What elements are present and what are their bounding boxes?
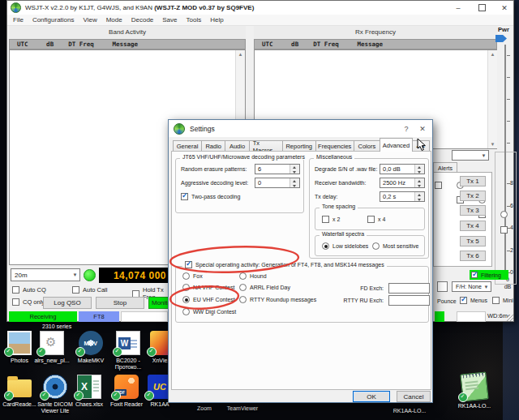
spinner-down-icon[interactable]	[290, 169, 299, 174]
help-icon[interactable]: ?	[397, 122, 415, 135]
ww-digi-option[interactable]: WW Digi Contest	[182, 308, 236, 315]
stop-button[interactable]: Stop	[96, 297, 144, 309]
close-icon[interactable]: ✕	[495, 2, 513, 14]
fox-option[interactable]: Fox	[182, 272, 203, 280]
alert-mode-select[interactable]: ▼	[452, 150, 489, 161]
auto-call-toggle[interactable]: Auto Call	[72, 286, 107, 294]
tx1-button[interactable]: Tx 1	[460, 176, 486, 186]
menus-toggle[interactable]: Menus	[460, 297, 487, 304]
scroll-down-icon[interactable]: ▼	[488, 141, 497, 148]
degrade-sn-spinner[interactable]: 0,0 dB	[380, 164, 425, 174]
na-vhf-option[interactable]: NA VHF Contest	[182, 284, 234, 291]
fh-mode-select[interactable]: F/H: None▼	[452, 281, 491, 292]
pwr-slider-handle[interactable]	[495, 35, 507, 42]
resize-grip[interactable]	[507, 315, 513, 321]
rtty-roundup-radio[interactable]	[239, 296, 247, 303]
rx-frequency-scrollbar[interactable]: ▲ ▼	[487, 50, 497, 148]
cancel-button[interactable]: Cancel	[397, 391, 431, 402]
tx3-button[interactable]: Tx 3	[460, 205, 486, 216]
mini-checkbox[interactable]	[492, 297, 500, 304]
tab-tx-macros[interactable]: Tx Macros	[249, 140, 283, 152]
spinner-down-icon[interactable]	[415, 197, 424, 202]
auto-call-checkbox[interactable]	[72, 286, 79, 294]
receiver-bandwidth-spinner[interactable]: 2500 Hz	[380, 178, 425, 188]
fox-radio[interactable]	[182, 272, 190, 280]
tx5-button[interactable]: Tx 5	[460, 236, 486, 246]
menu-tools[interactable]: Tools	[187, 16, 202, 24]
desktop-icon-teamviewer-label[interactable]: TeamViewer	[221, 405, 264, 411]
tx-delay-spinner[interactable]: 0,2 s	[380, 191, 425, 202]
special-activity-checkbox[interactable]	[185, 261, 192, 268]
dialog-title-bar[interactable]: Settings ? ✕	[169, 120, 432, 137]
tab-general[interactable]: General	[173, 140, 202, 152]
desktop-icon-cardreader[interactable]: CardReade...	[1, 375, 38, 408]
scroll-up-icon[interactable]: ▲	[236, 51, 245, 58]
aggressive-level-spinner[interactable]: 0	[255, 178, 300, 188]
auto-cq-checkbox[interactable]	[12, 286, 19, 294]
special-activity-toggle[interactable]: Special operating activity: Generation o…	[182, 261, 387, 268]
x2-checkbox[interactable]	[322, 216, 329, 223]
cq-only-toggle[interactable]: CQ only	[12, 298, 45, 306]
desktop-icon-chaes-xlsx[interactable]: X Chaes.xlsx	[71, 375, 108, 408]
desktop-icon-alrs[interactable]: alrs_new_pl...	[33, 331, 71, 364]
tx4-button[interactable]: Tx 4	[460, 221, 486, 231]
menus-checkbox[interactable]	[460, 297, 467, 304]
x4-checkbox[interactable]	[367, 216, 375, 223]
random-erasure-spinner[interactable]: 6	[255, 164, 300, 174]
hound-option[interactable]: Hound	[239, 272, 267, 280]
eu-vhf-option[interactable]: EU VHF Contest	[182, 296, 235, 303]
fd-exch-input[interactable]	[388, 283, 430, 294]
filtering-toggle[interactable]: Filtering	[470, 270, 508, 280]
tab-frequencies[interactable]: Frequencies	[315, 140, 354, 152]
scroll-up-icon[interactable]: ▲	[488, 51, 497, 58]
desktop-icon-rk1aa-log-label[interactable]: RK1AA-LO...	[381, 408, 438, 414]
tx1-enable-checkbox[interactable]	[435, 182, 442, 189]
band-select[interactable]: 20m▼	[11, 268, 80, 281]
desktop-icon-sante-dicom[interactable]: Sante DICOMViewer Lite	[36, 375, 74, 414]
eu-vhf-radio[interactable]	[182, 296, 190, 303]
tab-colors[interactable]: Colors	[354, 140, 380, 152]
tone-x4-toggle[interactable]: x 4	[367, 216, 385, 223]
low-sidelobes-radio[interactable]	[322, 242, 329, 250]
title-bar[interactable]: WSJT-X v2.2.0 by K1JT, G4WJS, and K9AN (…	[7, 1, 513, 15]
frequency-display[interactable]: 14,074 000	[99, 268, 169, 283]
hound-radio[interactable]	[239, 272, 247, 280]
menu-decode[interactable]: Decode	[131, 16, 154, 24]
desktop-icon-zoom-label[interactable]: Zoom	[187, 405, 222, 411]
desktop-icon-rk1aa-log[interactable]: RK1AA-LO...	[456, 373, 493, 409]
most-sensitive-radio[interactable]	[372, 242, 380, 250]
menu-view[interactable]: View	[83, 16, 97, 24]
log-qso-button[interactable]: Log QSO	[43, 297, 92, 309]
most-sensitive-option[interactable]: Most sensitive	[372, 242, 418, 250]
minimize-icon[interactable]: –	[449, 2, 467, 14]
low-sidelobes-option[interactable]: Low sidelobes	[322, 242, 368, 250]
tab-audio[interactable]: Audio	[225, 140, 249, 152]
spinner-down-icon[interactable]	[415, 183, 424, 188]
tone-x2-toggle[interactable]: x 2	[322, 216, 340, 223]
menu-file[interactable]: File	[13, 16, 24, 24]
arrl-field-day-radio[interactable]	[239, 284, 247, 291]
tab-advanced[interactable]: Advanced	[380, 138, 413, 152]
cq-only-checkbox[interactable]	[12, 298, 19, 306]
menu-configurations[interactable]: Configurations	[32, 16, 75, 24]
desktop-partial-label[interactable]: 2310 series	[42, 324, 71, 329]
tx2-button[interactable]: Tx 2	[460, 191, 486, 201]
two-pass-checkbox[interactable]	[181, 193, 188, 200]
na-vhf-radio[interactable]	[182, 284, 190, 291]
arrl-field-day-option[interactable]: ARRL Field Day	[239, 284, 290, 291]
menu-help[interactable]: Help	[210, 16, 223, 24]
maximize-icon[interactable]	[473, 2, 491, 14]
monitor-button[interactable]: Monitor	[148, 297, 169, 309]
auto-cq-toggle[interactable]: Auto CQ	[12, 286, 46, 294]
desktop-icon-makemkv[interactable]: MKV MakeMKV	[72, 331, 109, 364]
tx6-button[interactable]: Tx 6	[460, 251, 486, 261]
desktop-icon-bc2020[interactable]: W BC2020 -Протоко...	[109, 331, 147, 371]
ww-digi-radio[interactable]	[182, 308, 190, 315]
cut-input-field[interactable]	[437, 281, 448, 292]
desktop-icon-foxit[interactable]: PDF Foxit Reader	[108, 375, 145, 408]
pwr-slider-track[interactable]	[504, 45, 506, 275]
menu-save[interactable]: Save	[162, 16, 177, 24]
filtering-checkbox[interactable]	[471, 272, 478, 278]
spinner-down-icon[interactable]	[415, 169, 424, 174]
rtty-ru-exch-input[interactable]	[388, 295, 430, 306]
